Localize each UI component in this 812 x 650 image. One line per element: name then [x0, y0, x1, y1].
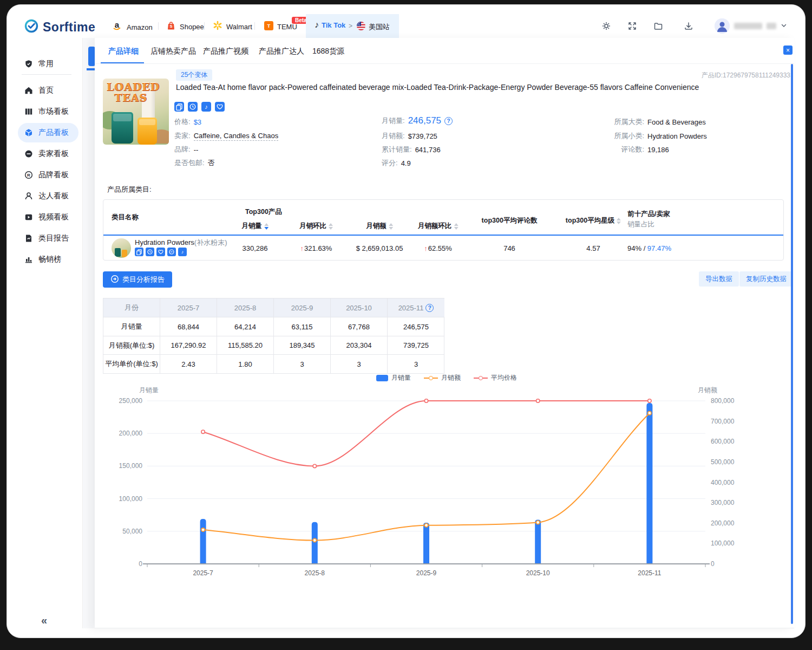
- col-monthly-sales[interactable]: 月销量: [241, 222, 269, 231]
- sidebar-item-seller[interactable]: 卖家看板: [18, 144, 78, 164]
- col-monthly-revenue[interactable]: 月销额: [366, 222, 393, 231]
- sidebar-item-video[interactable]: 视频看板: [18, 207, 78, 227]
- row-label-sales[interactable]: 月销量: [103, 317, 160, 336]
- sidebar-item-label: 卖家看板: [38, 149, 69, 159]
- sidebar-item-brand[interactable]: R 品牌看板: [18, 165, 78, 185]
- region-selector[interactable]: 美国站: [357, 22, 390, 32]
- variants-badge[interactable]: 25个变体: [176, 69, 212, 81]
- sort-icon: [389, 223, 393, 230]
- download-icon[interactable]: [683, 21, 694, 34]
- amazon-icon: a: [112, 21, 122, 34]
- panel-scrollbar[interactable]: [791, 64, 793, 624]
- monthly-sales-value: 246,575: [408, 115, 441, 126]
- user-menu[interactable]: [715, 18, 787, 34]
- nav-walmart[interactable]: Walmart: [213, 21, 252, 32]
- sorftime-logo[interactable]: Sorftime: [24, 19, 95, 35]
- market-board-icon: [24, 107, 33, 116]
- sales-trend-chart[interactable]: 050,000100,000150,000200,000250,0000100,…: [103, 385, 790, 582]
- underlay-underline-fragment: [87, 68, 95, 70]
- tab-1688-supply[interactable]: 1688货源: [312, 47, 344, 56]
- settings-icon[interactable]: [601, 21, 612, 34]
- tiktok-link-icon[interactable]: ♪: [178, 248, 187, 256]
- col-top10-share: 销量占比: [627, 220, 654, 229]
- col-sales-mom[interactable]: 月销环比: [299, 222, 333, 231]
- category-name[interactable]: Hydration Powders(补水粉末): [135, 238, 227, 248]
- copy-history-button[interactable]: 复制历史数据: [739, 271, 793, 287]
- month-header-current: 2025-11?: [388, 298, 444, 317]
- sort-icon: [264, 223, 269, 230]
- svg-text:100,000: 100,000: [711, 540, 735, 547]
- rating-field: 评分:4.9: [382, 158, 411, 168]
- favorite-heart-icon[interactable]: [156, 248, 165, 256]
- svg-text:0: 0: [711, 560, 715, 568]
- sidebar-section-common[interactable]: 常用: [18, 54, 78, 74]
- month-header: 2025-8: [217, 298, 274, 317]
- help-icon[interactable]: ?: [444, 117, 453, 125]
- sidebar-item-influencer[interactable]: 达人看板: [18, 186, 78, 206]
- folder-icon[interactable]: [653, 21, 664, 34]
- copy-icon[interactable]: [174, 102, 184, 112]
- share-link[interactable]: 97.47%: [647, 244, 671, 252]
- col-avg-rating[interactable]: top300平均星级: [566, 216, 621, 225]
- line-swatch: [474, 376, 488, 380]
- username-redacted: [767, 23, 776, 29]
- category-analysis-report-button[interactable]: 类目分析报告: [103, 271, 172, 288]
- tiktok-link-icon[interactable]: ♪: [201, 102, 211, 112]
- history-icon[interactable]: [146, 248, 154, 256]
- svg-text:300,000: 300,000: [711, 499, 735, 506]
- history-icon[interactable]: [188, 102, 198, 112]
- sidebar-item-market[interactable]: 市场看板: [18, 102, 78, 121]
- category-row-avatar: [112, 238, 131, 258]
- svg-text:月销量: 月销量: [139, 386, 159, 394]
- nav-amazon[interactable]: a Amazon: [112, 21, 153, 34]
- minus-circle-icon[interactable]: [167, 248, 176, 256]
- tiktok-icon: ♪: [315, 21, 319, 29]
- favorite-heart-icon[interactable]: [215, 102, 225, 112]
- tab-promo-influencers[interactable]: 产品推广达人: [259, 47, 304, 56]
- seller-link[interactable]: Caffeine, Candles & Chaos: [194, 132, 279, 141]
- svg-text:月销额: 月销额: [698, 386, 717, 394]
- nav-tiktok[interactable]: ♪ Tik Tok: [315, 21, 345, 29]
- cell: 2.43: [160, 355, 217, 373]
- chevron-right-icon: >: [349, 22, 352, 30]
- copy-icon[interactable]: [135, 248, 143, 256]
- svg-text:400,000: 400,000: [711, 479, 735, 486]
- legend-monthly-revenue[interactable]: 月销额: [424, 373, 461, 382]
- cell: 1.80: [217, 355, 274, 373]
- export-data-button[interactable]: 导出数据: [699, 271, 739, 287]
- legend-avg-price[interactable]: 平均价格: [474, 373, 517, 382]
- tab-shop-hot-products[interactable]: 店铺热卖产品: [150, 47, 196, 56]
- sort-icon: [617, 218, 621, 224]
- svg-text:T: T: [267, 23, 271, 29]
- nav-shopee[interactable]: S Shopee: [166, 21, 204, 32]
- svg-text:150,000: 150,000: [119, 462, 143, 470]
- help-icon[interactable]: ?: [425, 304, 434, 312]
- svg-text:700,000: 700,000: [711, 418, 735, 425]
- svg-text:250,000: 250,000: [119, 397, 143, 405]
- svg-text:200,000: 200,000: [711, 519, 735, 527]
- tab-promo-videos[interactable]: 产品推广视频: [203, 47, 248, 56]
- tab-product-detail[interactable]: 产品详细: [108, 47, 139, 56]
- sidebar-item-bestsellers[interactable]: 畅销榜: [18, 250, 78, 269]
- sidebar-item-category-report[interactable]: 类目报告: [18, 229, 78, 248]
- product-image[interactable]: LOADEDTEAS: [103, 79, 169, 145]
- nav-separator: [204, 22, 205, 30]
- svg-text:800,000: 800,000: [711, 397, 735, 405]
- fullscreen-icon[interactable]: [627, 21, 638, 34]
- legend-monthly-sales[interactable]: 月销量: [376, 373, 411, 382]
- username-redacted: [734, 23, 762, 29]
- svg-text:R: R: [27, 173, 30, 178]
- svg-text:a: a: [115, 21, 120, 29]
- close-panel-button[interactable]: ×: [783, 46, 793, 55]
- report-doc-icon: [24, 234, 33, 243]
- sidebar-item-home[interactable]: 首页: [18, 81, 78, 100]
- category-row-icons: ♪: [135, 248, 187, 256]
- sidebar-collapse-button[interactable]: «: [41, 614, 47, 627]
- cell: 189,345: [274, 336, 331, 355]
- cell: 739,725: [388, 336, 444, 355]
- cell: 64,214: [217, 317, 274, 336]
- price-field: 价格:$3: [174, 117, 201, 127]
- col-revenue-mom[interactable]: 月销额环比: [418, 222, 459, 231]
- sidebar-item-product[interactable]: 产品看板: [18, 123, 78, 142]
- product-action-icons: ♪: [174, 102, 225, 112]
